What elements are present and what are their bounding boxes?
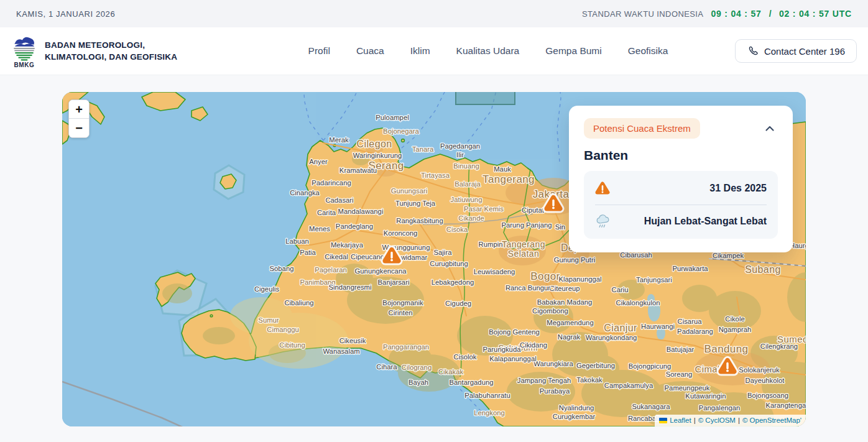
map-label: Merak [329, 136, 349, 144]
map-label: Cikedal [325, 253, 348, 260]
map-label: Leuwisadeng [474, 268, 515, 275]
map-label: Cilograng [402, 364, 432, 371]
main-nav: Profil Cuaca Iklim Kualitas Udara Gempa … [241, 45, 735, 57]
map-label: Palabuhanratu [464, 392, 510, 399]
map-label: Babakan Madang [537, 298, 593, 306]
nav-gempa-bumi[interactable]: Gempa Bumi [545, 45, 601, 57]
map-label: Nyalindung [559, 404, 594, 412]
map-label: Jampang Tengah [517, 377, 571, 384]
map-label: Cikande [458, 214, 484, 222]
top-info-bar: KAMIS, 1 JANUARI 2026 STANDAR WAKTU INDO… [0, 0, 868, 27]
map-label: Tanjungsari [636, 276, 672, 283]
map-label: Cikole [725, 315, 744, 323]
map-label: Tirtayasa [421, 172, 450, 179]
map-label: Takokak [576, 376, 603, 384]
map-label: Bojong Genteng [489, 328, 540, 336]
map-label: Parungkuda [483, 346, 522, 353]
map-label: Binuang [453, 162, 479, 170]
org-name-line2: KLIMATOLOGI, DAN GEOFISIKA [45, 51, 177, 63]
map-label: Cigudeg [445, 300, 471, 307]
map-label: Labuan [285, 237, 309, 245]
map-label: Koroncong [384, 229, 418, 237]
warning-marker-jakarta[interactable] [547, 198, 560, 209]
warning-marker-bandung[interactable] [721, 361, 734, 372]
map-label: Mandalawangi [338, 208, 384, 215]
nav-geofisika[interactable]: Geofisika [628, 45, 668, 57]
map-label: Solokanjeruk [739, 366, 780, 374]
map-label: Subang [745, 264, 781, 275]
anchorage-area [456, 92, 515, 104]
zoom-out-button[interactable]: − [69, 119, 89, 137]
nav-kualitas-udara[interactable]: Kualitas Udara [456, 45, 520, 57]
leaflet-map[interactable]: CilegonSerangTangerangJakartaDepokBogorC… [62, 92, 806, 426]
map-label: Cirinten [389, 309, 413, 316]
map-label: Gunungkencana [355, 267, 407, 275]
clock-separator: / [769, 9, 772, 19]
map-label: Warungkiara [533, 360, 573, 367]
clock-utc: 02 : 04 : 57 UTC [779, 9, 852, 19]
contact-center-button[interactable]: Contact Center 196 [735, 39, 857, 63]
warning-weather-row: Hujan Lebat-Sangat Lebat [595, 205, 767, 237]
map-label: Gegerbitung [576, 362, 615, 369]
map-label: Megamendung [547, 319, 593, 326]
map-label: Curugkembar [553, 413, 596, 420]
map-label: Cisarua [678, 318, 703, 325]
map-label: Tangerang [482, 173, 535, 185]
time-standard-label: STANDAR WAKTU INDONESIA [582, 9, 704, 19]
map-label: Cikalongkulon [616, 299, 660, 306]
contact-center-label: Contact Center 196 [764, 46, 845, 57]
map-label: Dayeuhkolot [746, 377, 785, 384]
zoom-in-button[interactable]: + [69, 100, 89, 119]
warning-marker-banten[interactable] [386, 250, 399, 261]
map-label: Bojongpicung [629, 362, 671, 370]
map-label: Banjarsari [378, 279, 410, 286]
map-label: Cikeusik [339, 337, 366, 344]
collapse-popup-button[interactable] [762, 121, 778, 137]
attribution-cyclosm-link[interactable]: © CyclOSM [698, 417, 736, 424]
ukraine-flag-icon [659, 418, 667, 423]
map-label: Purabaya [540, 387, 570, 395]
attribution-osm-link[interactable]: © OpenStreetMap' [742, 417, 801, 424]
map-label: Lengkong [474, 409, 505, 417]
map-label: Campakamulya [604, 382, 653, 389]
warning-date-row: 31 Des 2025 [595, 172, 767, 205]
map-label: Cariu [612, 286, 629, 293]
map-label: Bojongmanik [382, 299, 423, 306]
rain-cloud-icon [595, 213, 611, 229]
map-label: Jatiuwung [451, 196, 482, 203]
map-label: Cikakak [438, 368, 464, 375]
bmkg-brand[interactable]: BMKG BADAN METEOROLOGI, KLIMATOLOGI, DAN… [10, 34, 241, 68]
map-label: Bantargadung [450, 379, 494, 386]
map-label: Puloampel [376, 114, 409, 121]
attribution-leaflet-link[interactable]: Leaflet [670, 417, 691, 424]
map-label: Pagelaran [315, 266, 347, 274]
map-label: Waringinkurung [353, 152, 402, 159]
map-label: Sindangresmi [328, 283, 371, 291]
popup-region-title: Banten [584, 148, 778, 163]
bmkg-logo-icon: BMKG [10, 34, 39, 68]
map-label: Padarincang [312, 179, 351, 186]
map-label: Tangerang [502, 239, 545, 249]
map-label: Bayah [409, 379, 428, 386]
map-label: Kramatwatu [339, 167, 377, 174]
map-label: Purwakarta [672, 265, 708, 272]
map-label: Pangalengan [699, 404, 741, 412]
nav-profil[interactable]: Profil [308, 45, 330, 57]
map-label: Tanara [412, 145, 434, 153]
map-label: Pasar Kemis [464, 205, 504, 213]
map-label: Balaraja [455, 180, 481, 188]
map-label: Batujajar [667, 346, 695, 353]
map-label: Citeureup [550, 285, 580, 292]
map-label: Cikampek [713, 252, 744, 259]
chevron-up-icon [763, 122, 777, 136]
map-label: Sajira [434, 249, 453, 256]
map-label: Ngamprah [719, 326, 752, 333]
nav-cuaca[interactable]: Cuaca [356, 45, 384, 57]
nav-iklim[interactable]: Iklim [410, 45, 430, 57]
map-label: Sumur [258, 316, 279, 324]
map-label: Anyer [309, 158, 328, 165]
warning-weather: Hujan Lebat-Sangat Lebat [644, 216, 767, 227]
warning-date: 31 Des 2025 [709, 183, 767, 194]
map-label: Cibitung [279, 341, 305, 349]
map-label: Karangtengah [766, 402, 806, 409]
